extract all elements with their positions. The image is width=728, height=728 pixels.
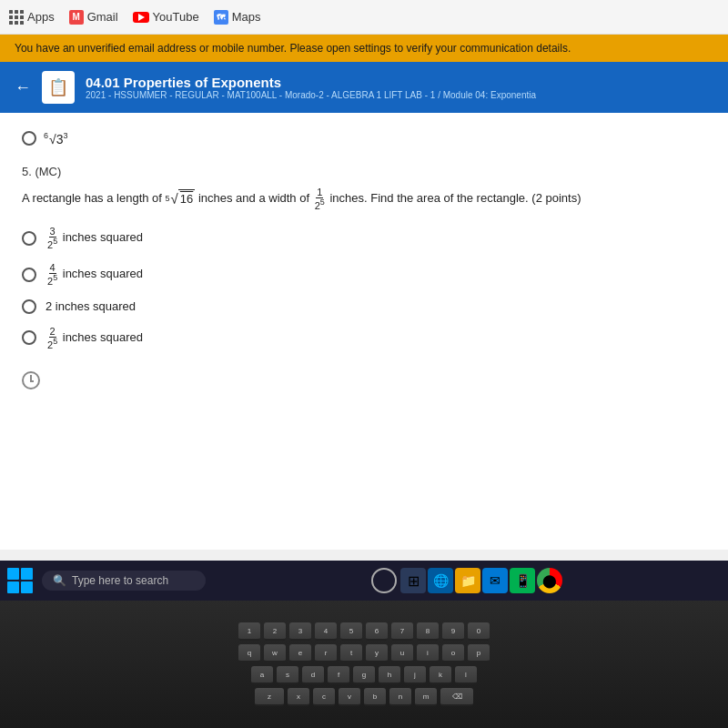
- key-s[interactable]: s: [277, 666, 298, 684]
- maps-label: Maps: [232, 10, 261, 24]
- key-6[interactable]: 6: [366, 622, 388, 641]
- length-radical: 5 √ 16: [166, 189, 196, 209]
- taskbar-grid-app[interactable]: ⊞: [400, 568, 426, 593]
- key-5[interactable]: 5: [340, 622, 362, 641]
- taskbar-phone-icon[interactable]: 📱: [510, 568, 535, 593]
- key-u[interactable]: u: [391, 644, 413, 662]
- search-icon: 🔍: [53, 574, 66, 587]
- key-p[interactable]: p: [468, 644, 490, 662]
- bookmarks-bar: Apps M Gmail YouTube 🗺 Maps: [0, 0, 728, 35]
- bookmark-youtube[interactable]: YouTube: [133, 10, 199, 24]
- course-breadcrumb: 2021 - HSSUMMER - REGULAR - MAT100ALL - …: [86, 90, 536, 100]
- youtube-icon: [133, 12, 149, 23]
- keyboard-row-4: z x c v b n m ⌫: [255, 688, 473, 706]
- key-j[interactable]: j: [404, 666, 426, 684]
- answer-text-2: 4 25 inches squared: [46, 263, 143, 287]
- key-9[interactable]: 9: [442, 622, 464, 641]
- question-text: A rectangle has a length of 5 √ 16 inche…: [22, 187, 706, 211]
- key-f[interactable]: f: [328, 666, 349, 684]
- content-area: 6√33 5. (MC) A rectangle has a length of…: [0, 113, 728, 550]
- taskbar-circle-button[interactable]: [369, 566, 399, 595]
- back-button[interactable]: ←: [15, 78, 31, 97]
- key-e[interactable]: e: [289, 644, 311, 662]
- key-l[interactable]: l: [455, 666, 477, 684]
- taskbar-chrome-icon[interactable]: ⬤: [537, 568, 562, 593]
- keyboard-row-1: 1 2 3 4 5 6 7 8 9 0: [238, 622, 490, 641]
- bookmark-gmail[interactable]: M Gmail: [69, 10, 118, 25]
- key-c[interactable]: c: [313, 688, 335, 706]
- radio-1[interactable]: [22, 231, 36, 246]
- gmail-label: Gmail: [87, 10, 118, 24]
- keyboard-row-3: a s d f g h j k l: [251, 666, 477, 684]
- browser-screen: Apps M Gmail YouTube 🗺 Maps You have an …: [0, 0, 728, 582]
- answer-choice-4[interactable]: 2 25 inches squared: [22, 327, 706, 350]
- answer-choice-2[interactable]: 4 25 inches squared: [22, 263, 706, 287]
- q-text-middle: inches and a width of: [198, 191, 309, 205]
- bookmark-apps[interactable]: Apps: [9, 10, 55, 25]
- radio-3[interactable]: [22, 299, 36, 314]
- answer-choice-1[interactable]: 3 25 inches squared: [22, 227, 706, 250]
- key-g[interactable]: g: [353, 666, 375, 684]
- course-info: 04.01 Properties of Exponents 2021 - HSS…: [86, 75, 536, 100]
- radio-2[interactable]: [22, 268, 36, 282]
- key-n[interactable]: n: [389, 688, 411, 706]
- key-0[interactable]: 0: [468, 622, 490, 641]
- key-y[interactable]: y: [366, 644, 388, 662]
- answer-text-4: 2 25 inches squared: [46, 327, 143, 350]
- question-label: 5. (MC): [22, 165, 706, 178]
- radio-4[interactable]: [22, 330, 36, 345]
- key-h[interactable]: h: [379, 666, 400, 684]
- bookmark-maps[interactable]: 🗺 Maps: [214, 10, 261, 25]
- taskbar: 🔍 Type here to search ⊞ 🌐 📁 ✉ 📱 ⬤: [0, 561, 728, 601]
- key-q[interactable]: q: [238, 644, 260, 662]
- key-7[interactable]: 7: [391, 622, 413, 641]
- key-w[interactable]: w: [264, 644, 286, 662]
- answer-text-3: 2 inches squared: [46, 299, 136, 313]
- question-5-section: 5. (MC) A rectangle has a length of 5 √ …: [22, 165, 706, 211]
- key-k[interactable]: k: [430, 666, 451, 684]
- circle-icon: [371, 568, 397, 593]
- key-a[interactable]: a: [251, 666, 273, 684]
- key-8[interactable]: 8: [417, 622, 439, 641]
- apps-label: Apps: [27, 10, 55, 24]
- key-v[interactable]: v: [339, 688, 360, 706]
- key-2[interactable]: 2: [264, 622, 286, 641]
- course-icon: 📋: [42, 71, 75, 104]
- maps-icon: 🗺: [214, 10, 228, 25]
- key-3[interactable]: 3: [289, 622, 311, 641]
- key-t[interactable]: t: [340, 644, 362, 662]
- taskbar-mail-icon[interactable]: ✉: [482, 568, 508, 593]
- apps-grid-icon: [9, 10, 24, 25]
- search-bar[interactable]: 🔍 Type here to search: [42, 571, 206, 591]
- youtube-label: YouTube: [153, 10, 199, 24]
- footer-area: [22, 362, 706, 399]
- key-i[interactable]: i: [417, 644, 439, 662]
- answer-text-1: 3 25 inches squared: [46, 227, 143, 250]
- gmail-icon: M: [69, 10, 84, 25]
- key-z[interactable]: z: [255, 688, 284, 706]
- key-4[interactable]: 4: [315, 622, 337, 641]
- taskbar-edge-icon[interactable]: 🌐: [428, 568, 453, 593]
- key-r[interactable]: r: [315, 644, 337, 662]
- taskbar-folder-icon[interactable]: 📁: [455, 568, 480, 593]
- course-header: ← 📋 04.01 Properties of Exponents 2021 -…: [0, 62, 728, 113]
- prev-radio[interactable]: [22, 131, 36, 146]
- width-fraction: 1 25: [313, 191, 330, 205]
- q-text-prefix: A rectangle has a length of: [22, 191, 162, 205]
- windows-logo[interactable]: [7, 568, 33, 593]
- answer-choice-3[interactable]: 2 inches squared: [22, 299, 706, 314]
- key-backspace[interactable]: ⌫: [440, 688, 473, 706]
- course-title: 04.01 Properties of Exponents: [86, 75, 536, 90]
- key-1[interactable]: 1: [238, 622, 260, 641]
- prev-math: 6√33: [44, 131, 68, 147]
- key-m[interactable]: m: [415, 688, 437, 706]
- key-o[interactable]: o: [442, 644, 464, 662]
- key-b[interactable]: b: [364, 688, 386, 706]
- key-x[interactable]: x: [288, 688, 309, 706]
- notification-text: You have an unverified email address or …: [15, 42, 571, 55]
- notification-bar: You have an unverified email address or …: [0, 35, 728, 62]
- key-d[interactable]: d: [302, 666, 324, 684]
- q-text-suffix: inches. Find the area of the rectangle. …: [329, 191, 581, 205]
- clock-icon: [22, 371, 40, 389]
- keyboard-row-2: q w e r t y u i o p: [238, 644, 490, 662]
